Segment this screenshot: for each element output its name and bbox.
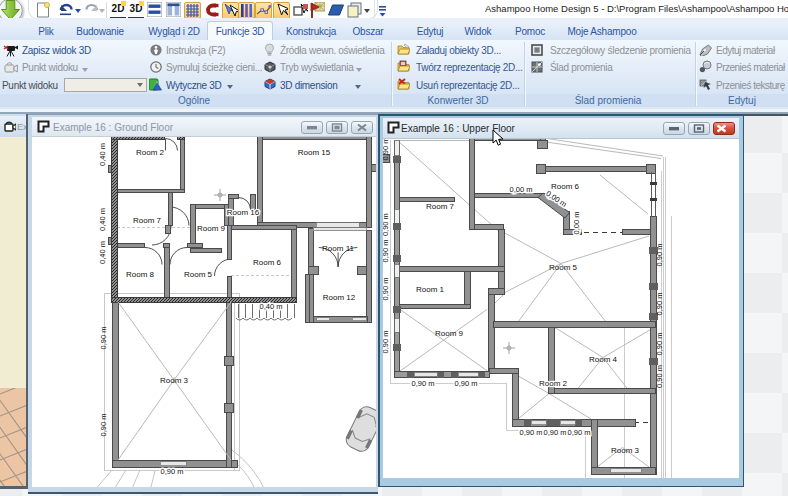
svg-text:Room 6: Room 6: [551, 182, 580, 191]
svg-text:0,40 m: 0,40 m: [98, 241, 107, 264]
svg-text:Room 12: Room 12: [323, 293, 356, 302]
svg-text:0,90 m: 0,90 m: [383, 139, 390, 160]
svg-text:0,90 m: 0,90 m: [568, 428, 591, 437]
svg-text:0,00 m: 0,00 m: [510, 185, 533, 194]
svg-text:0,90 m: 0,90 m: [383, 240, 390, 263]
svg-text:0,90 m: 0,90 m: [99, 327, 108, 350]
svg-text:Room 9: Room 9: [435, 329, 464, 338]
svg-text:0,90 m: 0,90 m: [161, 467, 184, 476]
svg-text:Room 7: Room 7: [133, 216, 162, 225]
svg-text:0,90 m: 0,90 m: [412, 379, 435, 388]
svg-text:Room 1: Room 1: [416, 285, 445, 294]
svg-text:0,90 m: 0,90 m: [99, 414, 108, 437]
svg-text:0,90 m: 0,90 m: [383, 213, 390, 236]
svg-text:Room 6: Room 6: [253, 258, 282, 267]
svg-text:0,90 m: 0,90 m: [655, 333, 664, 356]
svg-text:Room 16: Room 16: [227, 208, 260, 217]
svg-text:0,90 m: 0,90 m: [655, 244, 664, 267]
svg-text:Room 15: Room 15: [298, 148, 331, 157]
svg-text:Room 5: Room 5: [549, 263, 578, 272]
svg-text:0,40 m: 0,40 m: [260, 302, 283, 311]
svg-text:Room 9: Room 9: [197, 224, 226, 233]
svg-text:0,90 m: 0,90 m: [544, 428, 567, 437]
svg-text:Room 2: Room 2: [136, 148, 165, 157]
svg-text:Room 3: Room 3: [611, 446, 640, 455]
svg-text:0,00 m: 0,00 m: [572, 212, 581, 235]
svg-text:Room 7: Room 7: [426, 202, 455, 211]
svg-text:0,90 m: 0,90 m: [655, 365, 664, 388]
svg-text:Room 3: Room 3: [160, 376, 189, 385]
svg-text:0,90 m: 0,90 m: [383, 278, 390, 301]
svg-text:0,90 m: 0,90 m: [520, 428, 543, 437]
svg-text:0,40 m: 0,40 m: [98, 143, 107, 166]
svg-text:Room 11: Room 11: [322, 244, 354, 253]
svg-text:0,90 m: 0,90 m: [383, 331, 390, 354]
svg-text:Room 8: Room 8: [126, 270, 155, 279]
svg-text:0,90 m: 0,90 m: [455, 379, 478, 388]
svg-text:Room 5: Room 5: [184, 270, 213, 279]
svg-text:Room 4: Room 4: [589, 355, 618, 364]
svg-text:0,90 m: 0,90 m: [655, 293, 664, 316]
svg-text:Room 2: Room 2: [539, 379, 568, 388]
svg-text:0,40 m: 0,40 m: [98, 208, 107, 231]
